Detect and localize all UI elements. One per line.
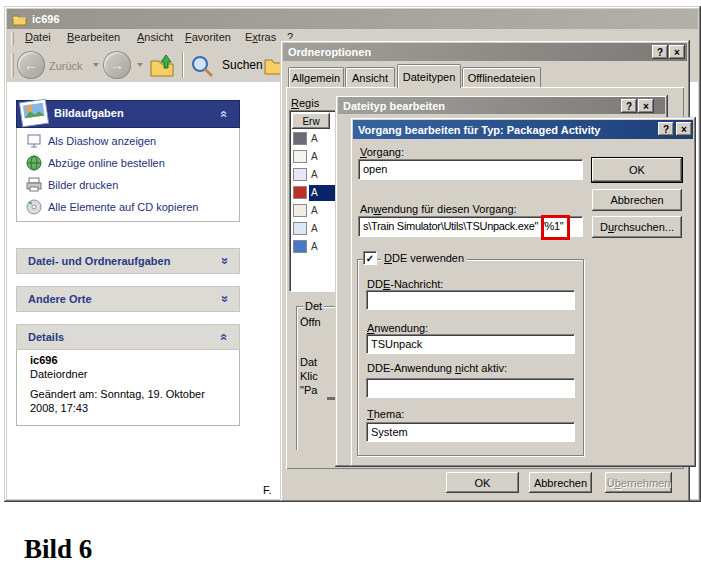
file-type-icon-selected [293,186,307,199]
help-button[interactable]: ? [658,122,674,136]
dde-checkbox-label[interactable]: DDE verwenden [381,252,467,264]
help-button[interactable]: ? [652,45,668,59]
action-label: Vorgang: [360,146,404,158]
menu-datei[interactable]: Datei [25,31,51,43]
fragment-text: Det [303,300,324,312]
back-button-label[interactable]: Zurück [49,60,83,72]
cancel-button[interactable]: Abbrechen [529,472,592,493]
list-row[interactable]: A [311,241,318,252]
clipped-status-text: F. [263,484,272,496]
help-button[interactable]: ? [621,99,637,113]
edit-file-type-titlebar[interactable]: Dateityp bearbeiten [338,97,665,114]
menu-bearbeiten[interactable]: Bearbeiten [67,31,120,43]
toolbar-separator [182,52,184,78]
panel-title: Andere Orte [28,293,92,305]
print-icon [26,177,42,192]
forward-dropdown-caret[interactable] [137,63,143,67]
edit-action-titlebar[interactable]: Vorgang bearbeiten für Typ: Packaged Act… [353,120,693,139]
order-prints-icon [26,155,42,171]
panel-header-andere-orte[interactable]: Andere Orte [16,286,240,312]
dde-application-input[interactable]: TSUnpack [366,334,575,354]
annotation-highlight-box [541,215,570,240]
task-als-diashow-anzeigen[interactable]: Als Diashow anzeigen [48,135,156,147]
list-row[interactable]: A [311,205,318,216]
dde-inactive-input[interactable] [366,378,575,398]
folder-options-title: Ordneroptionen [288,46,371,58]
browse-button[interactable]: Durchsuchen... [592,216,682,238]
menu-label-accel: F [185,31,192,43]
button-label-part: D [600,221,608,233]
toolbar-grip[interactable] [11,53,14,77]
explorer-titlebar[interactable]: ic696 [7,9,698,29]
button-label-part: ernehmen [621,477,671,489]
menu-label-part: atei [33,31,51,43]
tab-offlinedateien[interactable]: Offlinedateien [462,67,541,88]
file-type-icon [293,168,307,181]
label-part: icht aktiv: [461,362,507,374]
topic-input[interactable]: System [366,422,575,442]
task-alle-elemente-auf-cd-kopieren[interactable]: Alle Elemente auf CD kopieren [48,201,198,213]
topic-label: Thema: [367,408,404,420]
action-input[interactable]: open [358,159,583,180]
list-row-selected[interactable]: A [311,187,318,198]
cancel-button[interactable]: Abbrechen [592,189,682,211]
collapse-chevron-icon[interactable]: « [219,110,229,117]
button-label-part: Ü [607,477,615,489]
dde-inactive-label: DDE-Anwendung nicht aktiv: [367,362,507,374]
dde-checkbox[interactable]: ✓ [363,251,377,265]
label-accel: V [360,146,367,158]
slideshow-icon [26,133,42,148]
dde-message-label: DDE-Nachricht: [367,278,443,290]
menubar-grip[interactable] [11,32,14,45]
explorer-window-title: ic696 [32,13,60,25]
close-button[interactable]: × [676,122,692,136]
collapse-chevron-icon[interactable]: « [219,333,229,340]
file-type-icon [293,222,307,235]
fragment-text: Klic [300,370,318,382]
list-row[interactable]: A [311,133,318,144]
close-button[interactable]: × [638,99,654,113]
label-part: egis [299,97,319,109]
list-row[interactable]: A [311,169,318,180]
tab-ansicht[interactable]: Ansicht [345,67,395,88]
help-icon: ? [663,124,669,135]
fragment-text: Öffn [300,316,321,328]
file-type-icon [293,150,307,163]
tab-label: Dateitypen [403,71,456,83]
list-column-header-erweiterung[interactable]: Erw [292,113,330,129]
file-type-icon [293,240,307,253]
list-row[interactable]: A [311,151,318,162]
dde-message-input[interactable] [366,290,575,310]
task-bilder-drucken[interactable]: Bilder drucken [48,179,118,191]
details-modified-line1: Geändert am: Sonntag, 19. Oktober [30,388,205,400]
label-part: DDE-Anwendung [367,362,455,374]
search-button-label[interactable]: Suchen [222,58,263,72]
help-icon: ? [657,47,663,58]
menu-extras[interactable]: Extras [245,31,276,43]
list-row[interactable]: A [311,223,318,234]
expand-chevron-icon[interactable]: « [219,257,229,264]
back-dropdown-caret[interactable] [93,63,99,67]
up-folder-icon[interactable] [149,53,175,78]
folder-icon [12,13,27,26]
panel-header-details[interactable]: Details [16,324,240,350]
expand-chevron-icon[interactable]: « [219,295,229,302]
tab-dateitypen[interactable]: Dateitypen [397,64,461,88]
ok-button[interactable]: OK [446,472,519,493]
panel-title: Datei- und Ordneraufgaben [28,255,170,267]
close-icon: × [674,47,680,58]
back-button[interactable]: ← [17,51,45,79]
forward-button[interactable]: → [103,51,131,79]
forward-arrow-icon: → [110,57,124,73]
search-icon[interactable] [190,54,214,78]
task-abzuege-online-bestellen[interactable]: Abzüge online bestellen [48,157,165,169]
label-accel: D [384,252,392,264]
panel-header-datei-und-ordneraufgaben[interactable]: Datei- und Ordneraufgaben [16,248,240,274]
menu-ansicht[interactable]: Ansicht [137,31,173,43]
ok-button[interactable]: OK [592,158,682,182]
tab-allgemein[interactable]: Allgemein [288,67,344,88]
apply-button[interactable]: Übernehmen [605,472,672,493]
menu-favoriten[interactable]: Favoriten [185,31,231,43]
close-button[interactable]: × [669,45,685,59]
folder-options-titlebar[interactable]: Ordneroptionen [283,43,687,61]
